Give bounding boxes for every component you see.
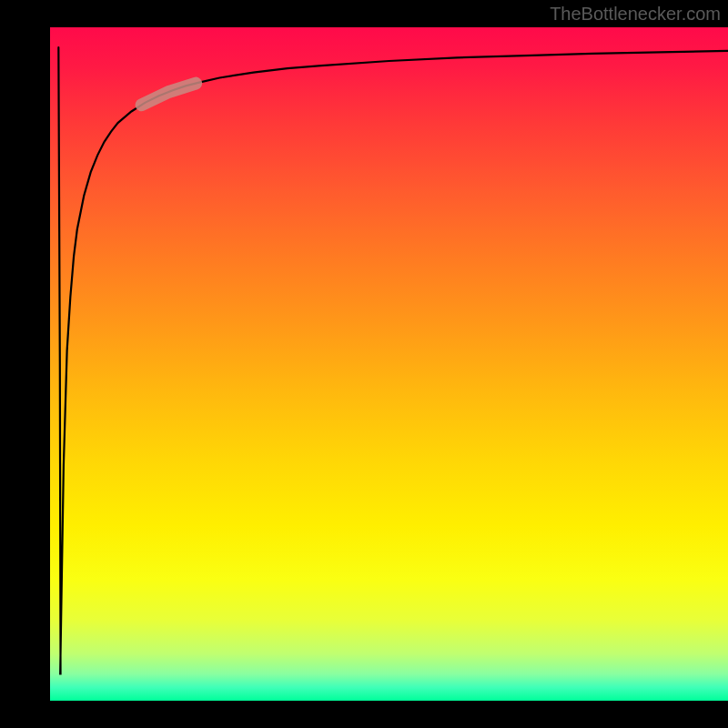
- watermark-text: TheBottlenecker.com: [550, 4, 721, 25]
- gradient-plot-area: [50, 27, 728, 701]
- chart-container: [50, 27, 728, 701]
